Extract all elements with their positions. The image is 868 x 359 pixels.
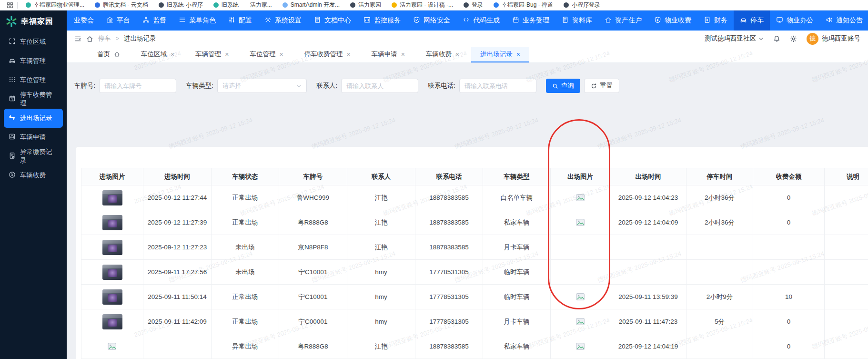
breadcrumb-section[interactable]: 停车: [98, 34, 111, 43]
bookmark-item[interactable]: SmartAdmin 开发...: [277, 1, 345, 9]
bookmark-label: 活力家园: [358, 1, 381, 9]
collapse-menu-icon[interactable]: [74, 35, 81, 42]
tab-4[interactable]: 停车收费管理×: [295, 47, 360, 62]
settings-gear-icon[interactable]: [790, 35, 797, 42]
bookmark-label: 小程序登录: [572, 1, 600, 9]
topnav-item-8[interactable]: 网络安全: [407, 10, 456, 31]
bookmark-label: 旧系统——活力家...: [222, 1, 272, 9]
topnav-item-0[interactable]: 业委会: [68, 10, 100, 31]
tab-close-icon[interactable]: ×: [516, 51, 520, 58]
tab-0[interactable]: 首页: [88, 47, 129, 62]
topnav-item-3[interactable]: 菜单角色: [172, 10, 222, 31]
topnav-item-14[interactable]: 财务: [697, 10, 734, 31]
cell-plate: 宁C10001: [299, 268, 328, 276]
contact-filter-input[interactable]: [341, 79, 418, 93]
image-placeholder-icon[interactable]: [576, 218, 585, 226]
topnav-item-6[interactable]: 文档中心: [308, 10, 357, 31]
image-placeholder-icon[interactable]: [576, 342, 585, 349]
cell-fee: 0: [787, 194, 791, 201]
cell-contact: 江艳: [375, 219, 388, 226]
sidebar-item-0[interactable]: 车位区域: [4, 32, 63, 51]
topnav-item-15[interactable]: 停车: [734, 10, 770, 31]
topnav-item-label: 停车: [750, 16, 764, 25]
topnav-item-17[interactable]: 通知公告: [819, 10, 868, 31]
bookmark-item[interactable]: 活力家园: [345, 1, 386, 9]
bookmark-item[interactable]: 幸福家园-Bug - 禅道: [488, 1, 558, 9]
topnav-item-1[interactable]: 平台: [100, 10, 136, 31]
entry-photo-thumbnail[interactable]: [102, 265, 122, 280]
tab-1[interactable]: 车位区域×: [132, 47, 183, 62]
org-icon: [142, 16, 150, 25]
tab-2[interactable]: 车辆管理×: [186, 47, 238, 62]
tab-close-icon[interactable]: ×: [225, 51, 229, 58]
exit-image-cell: [551, 309, 610, 334]
cell-contact: hmy: [375, 268, 387, 276]
cell-phone: 17778531305: [429, 268, 469, 276]
tab-close-icon[interactable]: ×: [401, 51, 405, 58]
plate-filter-input[interactable]: [99, 79, 176, 93]
top-navigation: 业委会平台监督菜单角色配置系统设置文档中心监控服务网络安全代码生成业务受理资料库…: [67, 10, 868, 31]
cell-entry_time: 2025-09-11 11:50:14: [148, 293, 206, 300]
reset-button[interactable]: 重置: [584, 79, 619, 93]
bookmark-item[interactable]: 腾讯文档 - 云文档: [90, 1, 153, 9]
table-row: 2025-09-12 11:27:39正常出场粤R888G8江艳18878383…: [81, 210, 868, 235]
topnav-item-5[interactable]: 系统设置: [258, 10, 308, 31]
community-selector[interactable]: 测试德玛西亚社区: [705, 34, 764, 43]
account-menu[interactable]: 德 德玛西亚账号: [807, 33, 860, 45]
tab-close-icon[interactable]: ×: [347, 51, 351, 58]
topnav-item-9[interactable]: 代码生成: [456, 10, 506, 31]
image-placeholder-icon[interactable]: [576, 318, 585, 325]
apps-grid-icon[interactable]: [7, 2, 13, 9]
bookmark-item[interactable]: 幸福家园物业管理...: [20, 1, 90, 9]
topnav-item-4[interactable]: 配置: [222, 10, 258, 31]
topnav-item-2[interactable]: 监督: [136, 10, 172, 31]
tab-close-icon[interactable]: ×: [455, 51, 459, 58]
vehicle-type-select[interactable]: 请选择: [217, 79, 307, 93]
sidebar-item-5[interactable]: 车辆申请: [4, 128, 63, 147]
topnav-item-label: 系统设置: [275, 16, 302, 25]
bookmark-item[interactable]: 活力家园 - 设计稿 -...: [386, 1, 458, 9]
tab-close-icon[interactable]: ×: [279, 51, 283, 58]
sidebar-item-1[interactable]: 车辆管理: [4, 51, 63, 71]
column-header-11: 说明: [825, 168, 868, 185]
bookmark-item[interactable]: 旧系统-小程序: [153, 1, 208, 9]
tab-7[interactable]: 进出场记录×: [471, 47, 529, 62]
sidebar-item-label: 停车收费管理: [20, 91, 58, 108]
bell-icon[interactable]: [773, 35, 780, 42]
cell-phone: 17778531305: [429, 318, 469, 325]
entry-photo-thumbnail[interactable]: [102, 289, 122, 305]
topnav-item-11[interactable]: 资料库: [555, 10, 598, 31]
sidebar-item-2[interactable]: 车位管理: [4, 71, 63, 90]
topnav-item-label: 网络安全: [424, 16, 450, 25]
entry-photo-thumbnail[interactable]: [102, 314, 122, 329]
phone-filter-input[interactable]: [459, 79, 536, 93]
topnav-item-10[interactable]: 业务受理: [506, 10, 555, 31]
tab-close-icon[interactable]: ×: [171, 51, 174, 58]
topnav-item-16[interactable]: 物业办公: [770, 10, 819, 31]
column-header-4: 联系人: [347, 168, 415, 185]
topnav-item-13[interactable]: 物业收费: [648, 10, 697, 31]
reset-button-label: 重置: [600, 82, 613, 90]
cell-status: 异常出场: [232, 343, 258, 350]
bookmark-item[interactable]: 旧系统——活力家...: [208, 1, 277, 9]
sidebar-item-7[interactable]: 车辆收费: [4, 166, 63, 185]
tab-6[interactable]: 车辆收费×: [417, 47, 468, 62]
home-icon[interactable]: [86, 35, 93, 42]
sidebar-item-3[interactable]: 停车收费管理: [4, 90, 63, 109]
entry-photo-thumbnail[interactable]: [102, 240, 122, 255]
image-placeholder-icon[interactable]: [108, 342, 117, 349]
tab-3[interactable]: 车位管理×: [241, 47, 292, 62]
brand-logo[interactable]: 幸福家园: [0, 10, 67, 32]
topnav-item-7[interactable]: 监控服务: [357, 10, 407, 31]
sidebar-item-6[interactable]: 异常缴费记录: [4, 147, 63, 166]
sidebar-item-4[interactable]: 进出场记录: [4, 109, 63, 128]
entry-photo-thumbnail[interactable]: [102, 190, 122, 205]
search-button[interactable]: 查询: [546, 79, 580, 93]
bookmark-item[interactable]: 登录: [458, 1, 488, 9]
tab-5[interactable]: 车辆申请×: [363, 47, 414, 62]
bookmark-item[interactable]: 小程序登录: [558, 1, 606, 9]
image-placeholder-icon[interactable]: [576, 293, 585, 300]
image-placeholder-icon[interactable]: [576, 194, 585, 201]
entry-photo-thumbnail[interactable]: [102, 215, 122, 230]
topnav-item-12[interactable]: 资产住户: [598, 10, 648, 31]
